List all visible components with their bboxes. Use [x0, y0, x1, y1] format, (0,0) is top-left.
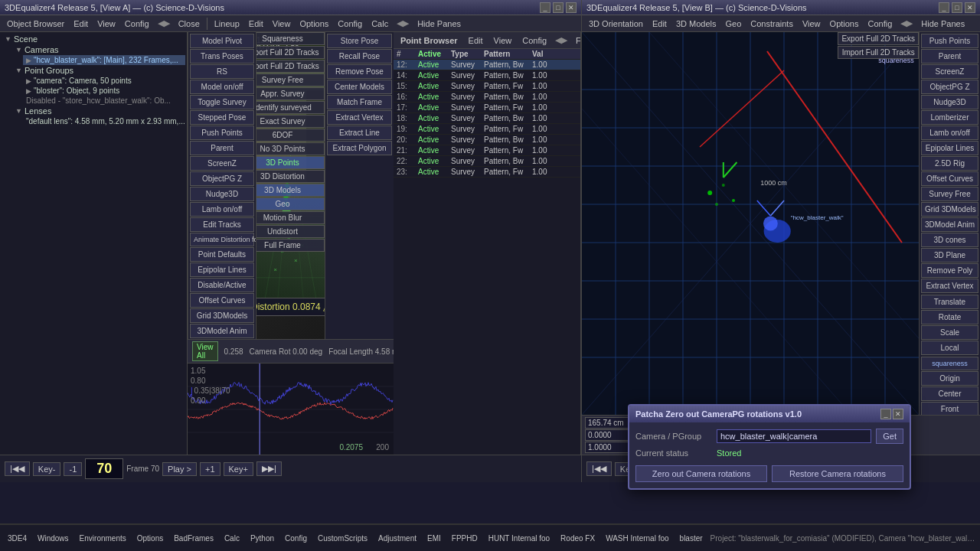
- btn-geo[interactable]: Geo: [256, 197, 325, 210]
- btn-25d-rig[interactable]: 2.5D Rig: [921, 156, 978, 171]
- menu-close-ob[interactable]: Close: [175, 18, 204, 30]
- btn-offset-curves[interactable]: Offset Curves: [190, 293, 254, 308]
- point-row-2[interactable]: 15: Active Survey Pattern, Fw 1.00: [394, 81, 580, 92]
- point-row-4[interactable]: 17: Active Survey Pattern, Fw 1.00: [394, 103, 580, 113]
- btn-rs[interactable]: RS: [190, 64, 254, 79]
- popup-close[interactable]: ✕: [893, 409, 903, 419]
- btn-start-b[interactable]: |◀◀: [586, 461, 612, 476]
- btn-3d-cones-b[interactable]: 3D cones: [921, 233, 978, 247]
- menu-config[interactable]: Config: [121, 18, 153, 30]
- bm-options[interactable]: Options: [134, 533, 166, 543]
- menu-3d-view[interactable]: View: [799, 18, 825, 30]
- btn-extract-vertex-b[interactable]: Extract Vertex: [921, 279, 978, 293]
- tree-lenses[interactable]: ▼ Lenses: [12, 106, 185, 116]
- point-row-0[interactable]: 12: Active Survey Pattern, Bw 1.00: [394, 60, 580, 70]
- btn-survey-free[interactable]: Survey Free: [256, 73, 325, 86]
- btn-animate-dist[interactable]: Animate Distortion focal: [190, 233, 254, 246]
- btn-motion-blur[interactable]: Motion Blur: [256, 211, 325, 224]
- viewport-3d[interactable]: "hcw_blaster_walk" 1000 cm squareness: [582, 32, 919, 415]
- btn-grid-3d[interactable]: Grid 3DModels: [190, 308, 254, 323]
- bm-badframes[interactable]: BadFrames: [171, 533, 217, 543]
- panel-a-maximize[interactable]: □: [553, 2, 564, 13]
- panel-b-minimize[interactable]: _: [939, 2, 949, 13]
- tree-pg-camera[interactable]: ▶ "camera": Camera, 50 points: [23, 76, 185, 86]
- btn-key-minus-a[interactable]: Key-: [33, 462, 61, 476]
- bm-rodeo[interactable]: Rodeo FX: [557, 533, 598, 543]
- btn-parent-b[interactable]: Parent: [921, 49, 978, 64]
- tree-cameras[interactable]: ▼ Cameras: [12, 44, 185, 55]
- btn-toggle-survey[interactable]: Toggle Survey: [190, 95, 254, 109]
- point-row-5[interactable]: 18: Active Survey Pattern, Bw 1.00: [394, 113, 580, 124]
- pb-menu-edit[interactable]: Edit: [465, 34, 487, 47]
- bm-windows[interactable]: Windows: [34, 533, 72, 543]
- btn-lomberizer[interactable]: Lomberizer: [921, 110, 978, 125]
- bm-adjust[interactable]: Adjustment: [375, 533, 420, 543]
- btn-import-2d-b[interactable]: Import Full 2D Tracks: [838, 46, 919, 59]
- btn-play-a[interactable]: Play >: [162, 462, 197, 476]
- point-row-1[interactable]: 14: Active Survey Pattern, Bw 1.00: [394, 70, 580, 81]
- btn-extract-vertex[interactable]: Extract Vertex: [327, 110, 392, 125]
- btn-center-models[interactable]: Center Models: [327, 80, 392, 94]
- panel-b-maximize[interactable]: □: [952, 2, 962, 13]
- btn-squareness[interactable]: Squareness: [256, 32, 325, 45]
- btn-translate[interactable]: Translate: [921, 295, 978, 309]
- btn-3d-plane-b[interactable]: 3D Plane: [921, 248, 978, 262]
- btn-epipolar-b[interactable]: Epipolar Lines: [921, 141, 978, 155]
- btn-step-plus-a[interactable]: +1: [200, 462, 220, 476]
- btn-extract-polygon[interactable]: Extract Polygon: [327, 141, 392, 155]
- point-row-3[interactable]: 16: Active Survey Pattern, Bw 1.00: [394, 92, 580, 103]
- pb-menu-view[interactable]: View: [490, 34, 516, 47]
- btn-step-minus-a[interactable]: -1: [64, 462, 82, 476]
- btn-3d-anim[interactable]: 3DModel Anim: [190, 324, 254, 338]
- btn-survey-free-b[interactable]: Survey Free: [921, 187, 978, 201]
- tree-pg-disabled[interactable]: Disabled - "store_hcw_blaster_walk": Ob.…: [23, 96, 185, 106]
- btn-push-pts-b[interactable]: Push Points: [921, 34, 978, 48]
- btn-origin[interactable]: Origin: [921, 371, 978, 386]
- tree-scene[interactable]: ▼ Scene: [2, 34, 185, 44]
- btn-parent[interactable]: Parent: [190, 141, 254, 155]
- btn-store-pose[interactable]: Store Pose: [327, 34, 392, 48]
- pb-menu-config[interactable]: Config: [518, 34, 550, 47]
- menu-hide-panes-b[interactable]: Hide Panes: [917, 18, 969, 30]
- tree-lens-default[interactable]: "default lens": 4.58 mm, 5.20 mm x 2.93 …: [23, 116, 185, 126]
- bm-calc[interactable]: Calc: [221, 533, 243, 543]
- btn-front[interactable]: Front: [921, 402, 978, 415]
- btn-no-3d-pts[interactable]: No 3D Points: [256, 142, 325, 155]
- btn-lamb-onoff[interactable]: Lamb on/off: [190, 202, 254, 217]
- btn-import-2d[interactable]: Import Full 2D Tracks: [256, 46, 325, 59]
- menu-view[interactable]: View: [93, 18, 119, 30]
- point-row-8[interactable]: 21: Active Survey Pattern, Fw 1.00: [394, 145, 580, 156]
- btn-lamb-b[interactable]: Lamb on/off: [921, 126, 978, 140]
- btn-objectpg-z[interactable]: ObjectPG Z: [190, 171, 254, 186]
- panel-a-close[interactable]: ✕: [566, 2, 577, 13]
- popup-minimize[interactable]: _: [880, 409, 891, 419]
- btn-3d-distortion[interactable]: 3D Distortion: [256, 170, 325, 183]
- tree-camera-main[interactable]: ▶ "hcw_blaster_walk": [Main], 232 Frames…: [23, 55, 185, 65]
- btn-model-onoff[interactable]: Model on/off: [190, 80, 254, 94]
- btn-screenz-b[interactable]: ScreenZ: [921, 64, 978, 79]
- bm-env[interactable]: Environments: [77, 533, 129, 543]
- menu-config2[interactable]: Config: [334, 18, 366, 30]
- btn-appr-survey[interactable]: Appr. Survey: [256, 87, 325, 100]
- bm-hunt[interactable]: HUNT Internal foo: [485, 533, 553, 543]
- btn-3d-points[interactable]: 3D Points: [256, 156, 325, 169]
- btn-push-points[interactable]: Push Points: [190, 126, 254, 140]
- btn-undistort[interactable]: Undistort: [256, 225, 325, 238]
- bm-3de4[interactable]: 3DE4: [5, 533, 30, 543]
- point-row-6[interactable]: 19: Active Survey Pattern, Fw 1.00: [394, 124, 580, 135]
- bm-wash[interactable]: WASH Internal foo: [603, 533, 671, 543]
- btn-export-2d[interactable]: Export Full 2D Tracks: [256, 60, 325, 73]
- btn-stepped-pose[interactable]: Stepped Pose: [190, 110, 254, 125]
- btn-disable-active[interactable]: Disable/Active: [190, 278, 254, 292]
- bm-config[interactable]: Config: [282, 533, 310, 543]
- bm-blaster[interactable]: blaster: [677, 533, 706, 543]
- btn-match-frame[interactable]: Match Frame: [327, 95, 392, 109]
- btn-view-all[interactable]: View All: [192, 341, 218, 361]
- btn-model-pivot[interactable]: Model Pivot: [190, 34, 254, 48]
- btn-trans-poses[interactable]: Trans Poses: [190, 49, 254, 64]
- point-row-10[interactable]: 23: Active Survey Pattern, Fw 1.00: [394, 167, 580, 178]
- btn-epipolar[interactable]: Epipolar Lines: [190, 262, 254, 277]
- point-row-9[interactable]: 22: Active Survey Pattern, Bw 1.00: [394, 156, 580, 167]
- btn-squareness-b[interactable]: squareness: [921, 357, 978, 370]
- tree-point-groups[interactable]: ▼ Point Groups: [12, 65, 185, 76]
